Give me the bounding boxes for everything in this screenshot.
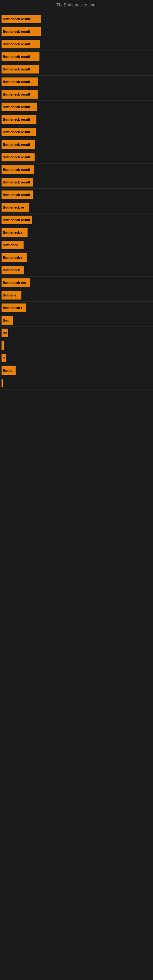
bar-label: Bottleneck result [3,168,30,172]
bar-label: Bottleneck result [3,17,30,21]
bottleneck-bar: Bottleneck result [2,78,38,86]
bar-wrapper [2,379,3,387]
bar-row: Bottleneck result [0,126,153,138]
bottleneck-bar: Bott [2,316,13,325]
bar-label: Bottleneck result [3,92,30,96]
bar-row: Bottleneck result [0,63,153,76]
bar-row: Bottle [0,364,153,377]
bar-row: Bottleneck result [0,101,153,113]
bar-label: Bottleneck result [3,180,30,184]
bar-wrapper: Bottlenec [2,241,24,249]
bar-row: Bott [0,314,153,327]
bar-label: Bottleneck r [3,256,22,259]
bar-wrapper: Bottleneck result [2,103,37,111]
bar-row: Bottleneck r [0,302,153,314]
bar-label: Bottlene [3,293,16,297]
bar-wrapper: Bottleneck result [2,140,35,149]
bar-wrapper: Bottleneck result [2,153,35,161]
bar-label: Bottleneck result [3,105,30,109]
bar-label: Bottleneck result [3,42,30,46]
bar-row: Bottleneck result [0,164,153,176]
bar-row: Bottleneck result [0,76,153,88]
bar-wrapper: Bottleneck result [2,40,40,48]
bar-wrapper: Bottleneck result [2,52,40,61]
bottleneck-bar: Bottlene [2,291,21,299]
bar-wrapper: Bottleneck result [2,27,41,36]
bottleneck-bar: Bottleneck result [2,40,40,48]
bottleneck-bar: Bottleneck r [2,253,27,262]
bar-label: Bottleneck result [3,193,30,197]
bar-wrapper [2,341,4,350]
bar-row [0,339,153,352]
bar-row: Bottleneck result [0,25,153,38]
bottleneck-bar [2,379,3,387]
bar-row: Bottleneck result [0,138,153,151]
bottleneck-bar: Bottle [2,366,16,375]
bar-wrapper: Bottleneck r [2,253,27,262]
bottleneck-bar: Bottleneck result [2,165,34,174]
bottleneck-bar: Bottleneck result [2,140,35,149]
bar-row: Bottlene [0,289,153,302]
bottleneck-bar: Bottleneck result [2,90,38,99]
bottleneck-bar: Bottleneck result [2,52,40,61]
bar-label: Bo [3,331,7,335]
site-title: TheBottlenecker.com [0,0,153,10]
bar-label: Bottleneck result [3,130,30,134]
bar-wrapper: Bottleneck result [2,15,41,23]
bar-row: Bottleneck result [0,189,153,201]
bar-wrapper: Bottleneck result [2,178,33,186]
bar-label: Bottle [3,369,12,372]
bottleneck-bar: Bottleneck result [2,178,33,186]
bottleneck-bar: Bottleneck result [2,153,35,161]
bar-label: Bottleneck r [3,231,22,234]
bottleneck-bar: Bottleneck result [2,65,39,73]
bottleneck-bar: Bottleneck result [2,103,37,111]
bar-label: Bottleneck result [3,218,30,222]
bar-label: Bottleneck r [3,306,22,310]
bar-wrapper: Bottleneck result [2,115,37,124]
bar-wrapper: Bottleneck result [2,191,33,199]
bar-label: Bott [3,318,10,322]
bottleneck-bar: B [2,354,6,362]
bar-wrapper: Bo [2,329,8,337]
bar-row: Bottleneck result [0,38,153,51]
bar-row: Bottleneck result [0,88,153,101]
bottleneck-bar: Bottleneck r [2,228,27,237]
bar-row: Bottleneck [0,264,153,277]
bar-label: Bottleneck re [3,205,24,209]
bar-wrapper: Bottleneck result [2,165,34,174]
bar-label: Bottleneck result [3,30,30,33]
bar-wrapper: Bottleneck r [2,304,26,312]
bottleneck-bar: Bottleneck result [2,27,41,36]
bar-label: B [3,356,5,360]
bar-row: Bottleneck result [0,113,153,126]
bar-wrapper: Bottle [2,366,16,375]
bottleneck-bar: Bottleneck [2,266,24,274]
bottleneck-bar: Bottlenec [2,241,24,249]
bottleneck-bar: Bottleneck re [2,203,29,212]
bar-wrapper: B [2,354,6,362]
bar-row: Bottleneck result [0,151,153,164]
bar-label: Bottleneck [3,268,20,272]
bars-container: Bottleneck resultBottleneck resultBottle… [0,10,153,393]
bar-wrapper: Bottleneck result [2,90,38,99]
bottleneck-bar: Bottleneck r [2,304,26,312]
bar-label: Bottleneck result [3,118,30,121]
bar-label: Bottleneck result [3,155,30,159]
bar-wrapper: Bott [2,316,13,325]
bar-row: Bo [0,327,153,339]
bar-row: Bottleneck result [0,176,153,189]
bar-wrapper: Bottleneck re [2,203,29,212]
bar-row: B [0,352,153,364]
bottleneck-bar: Bo [2,329,8,337]
bar-wrapper: Bottleneck result [2,216,32,224]
bar-row: Bottlenec [0,239,153,251]
bar-label: Bottleneck res [3,281,26,285]
bar-row [0,377,153,390]
bar-wrapper: Bottleneck result [2,78,38,86]
bar-row: Bottleneck result [0,13,153,25]
bottleneck-bar: Bottleneck result [2,216,32,224]
bar-row: Bottleneck result [0,214,153,226]
bar-label: Bottlenec [3,243,18,247]
bar-row: Bottleneck res [0,277,153,289]
